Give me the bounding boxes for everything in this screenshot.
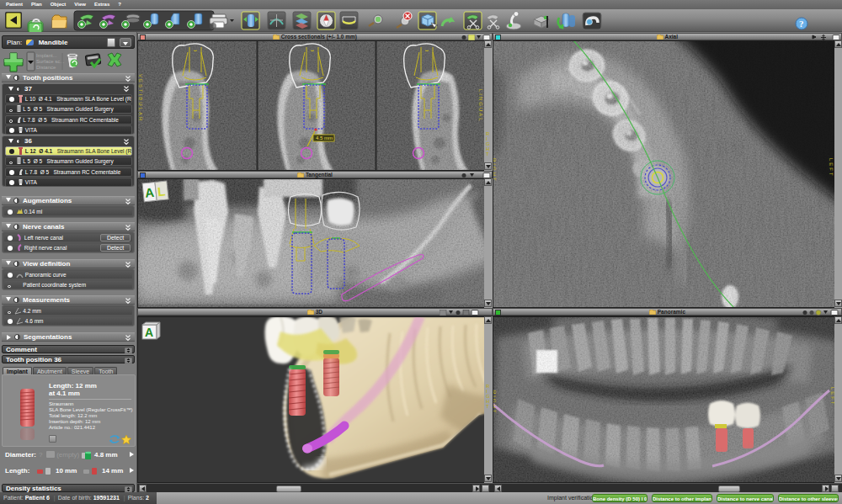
svg-text:L: L xyxy=(157,183,166,199)
svg-text:4.5 mm: 4.5 mm xyxy=(316,135,333,141)
svg-text:A: A xyxy=(145,326,153,339)
svg-text:LEFT: LEFT xyxy=(829,158,834,178)
svg-text:Implant...: Implant... xyxy=(36,53,57,58)
svg-text:LINGUAL: LINGUAL xyxy=(478,89,483,123)
svg-text:?: ? xyxy=(799,19,804,29)
svg-text:RIGHT: RIGHT xyxy=(493,158,497,183)
svg-text:VESTIBULAR: VESTIBULAR xyxy=(138,74,143,122)
svg-text:Distance: Distance xyxy=(36,65,56,70)
svg-text:A: A xyxy=(144,185,155,200)
svg-text:RIGHT: RIGHT xyxy=(493,390,497,415)
svg-text:Surface sc...: Surface sc... xyxy=(36,59,65,64)
